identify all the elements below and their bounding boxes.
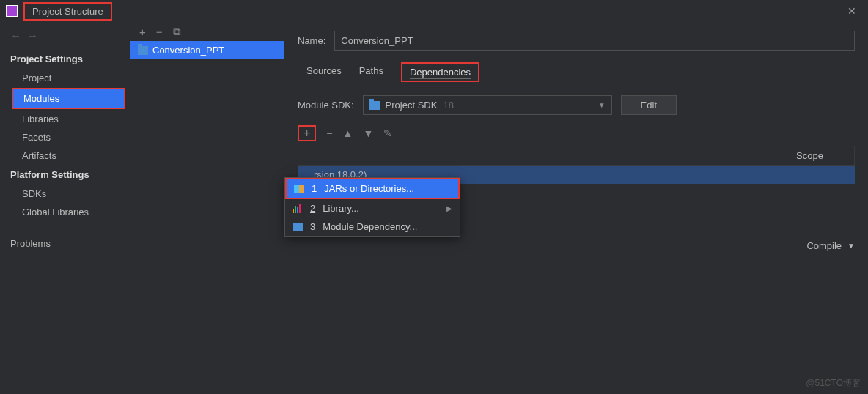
watermark: @51CTO博客: [806, 377, 861, 390]
popup-label-library: Library...: [323, 203, 359, 214]
window-title: Project Structure: [32, 6, 103, 17]
dep-scope: [790, 166, 855, 184]
module-name: Conversion_PPT: [152, 45, 224, 56]
sidebar-item-sdks[interactable]: SDKs: [0, 185, 130, 203]
section-header-project: Project Settings: [0, 49, 130, 69]
app-icon: [6, 5, 18, 17]
popup-item-library[interactable]: 2 Library... ▶: [285, 199, 460, 218]
sidebar-item-artifacts[interactable]: Artifacts: [0, 146, 130, 165]
module-add-icon[interactable]: +: [139, 26, 146, 38]
popup-label-jars: JARs or Directories...: [324, 183, 414, 194]
sidebar-item-modules-highlight: Modules: [12, 88, 125, 109]
tab-sources[interactable]: Sources: [306, 62, 342, 82]
add-dependency-button[interactable]: +: [298, 125, 316, 141]
folder-icon: [138, 46, 148, 55]
close-button[interactable]: ✕: [842, 2, 862, 20]
name-label: Name:: [298, 35, 326, 46]
library-icon: [293, 204, 303, 213]
move-up-icon[interactable]: ▲: [343, 127, 353, 139]
popup-item-jars[interactable]: 1 JARs or Directories...: [287, 179, 458, 198]
sdk-label: Module SDK:: [298, 100, 354, 111]
chevron-down-icon: ▼: [847, 242, 855, 250]
module-icon: [293, 223, 303, 231]
popup-num-2: 2: [310, 203, 315, 214]
content-panel: Name: Sources Paths Dependencies Module …: [284, 22, 868, 394]
chevron-right-icon: ▶: [446, 204, 452, 212]
popup-label-module-dep: Module Dependency...: [323, 221, 417, 232]
module-column: + − ⧉ Conversion_PPT: [130, 22, 284, 394]
sdk-value: Project SDK: [386, 100, 438, 111]
tab-dependencies-highlight: Dependencies: [401, 62, 479, 82]
sidebar-item-facets[interactable]: Facets: [0, 128, 130, 146]
module-remove-icon[interactable]: −: [156, 26, 163, 38]
sidebar-item-problems[interactable]: Problems: [0, 234, 130, 253]
module-copy-icon[interactable]: ⧉: [173, 25, 181, 38]
edit-dependency-icon[interactable]: ✎: [383, 127, 392, 139]
folder-icon: [369, 101, 380, 110]
sidebar-item-project[interactable]: Project: [0, 69, 130, 87]
add-dependency-popup: 1 JARs or Directories... 2 Library... ▶ …: [284, 177, 460, 237]
deps-header-name: [298, 146, 790, 165]
module-item[interactable]: Conversion_PPT: [130, 41, 284, 59]
window-title-highlight: Project Structure: [23, 2, 112, 21]
sdk-version: 18: [443, 100, 453, 111]
popup-num-1: 1: [312, 183, 317, 194]
sidebar: ← → Project Settings Project Modules Lib…: [0, 22, 130, 394]
tab-dependencies[interactable]: Dependencies: [410, 67, 471, 79]
sidebar-item-global-libraries[interactable]: Global Libraries: [0, 203, 130, 221]
section-header-platform: Platform Settings: [0, 165, 130, 185]
edit-button[interactable]: Edit: [621, 95, 677, 115]
sidebar-item-modules[interactable]: Modules: [13, 89, 124, 108]
remove-dependency-icon[interactable]: −: [326, 127, 332, 139]
move-down-icon[interactable]: ▼: [363, 127, 373, 139]
popup-num-3: 3: [310, 221, 315, 232]
popup-item-module-dep[interactable]: 3 Module Dependency...: [285, 218, 460, 236]
module-name-input[interactable]: [334, 31, 855, 51]
tab-paths[interactable]: Paths: [359, 62, 383, 82]
nav-forward-icon[interactable]: →: [27, 29, 38, 42]
deps-header-scope: Scope: [790, 146, 854, 165]
nav-back-icon[interactable]: ←: [10, 29, 21, 42]
sdk-select[interactable]: Project SDK 18 ▼: [363, 95, 612, 115]
jar-icon: [294, 185, 304, 193]
sidebar-item-libraries[interactable]: Libraries: [0, 110, 130, 128]
compile-label: Compile: [806, 240, 842, 251]
chevron-down-icon: ▼: [598, 101, 606, 109]
compile-scope[interactable]: Compile ▼: [806, 240, 855, 251]
